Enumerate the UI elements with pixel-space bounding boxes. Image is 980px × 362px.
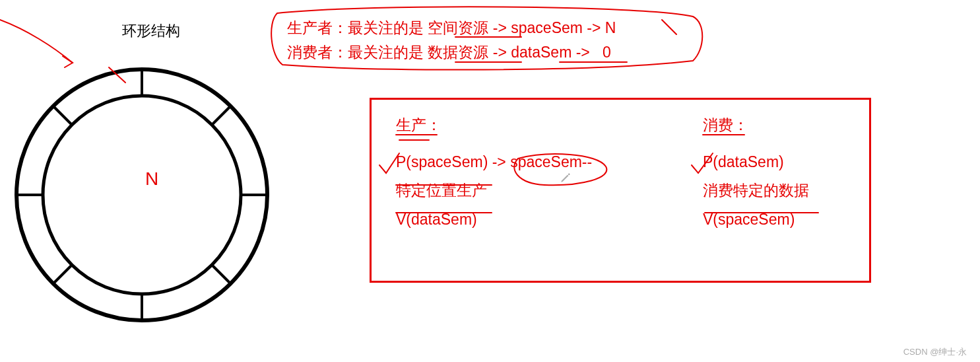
svg-line-3 xyxy=(212,106,230,125)
eyedropper-icon xyxy=(560,172,572,184)
watermark: CSDN @绅士·永 xyxy=(903,346,967,358)
semaphore-notes: 生产者：最关注的是 空间资源 -> spaceSem -> N 消费者：最关注的… xyxy=(287,16,616,65)
consumer-title: 消费： xyxy=(703,111,748,140)
producer-step-v: V(dataSem) xyxy=(396,205,592,235)
svg-line-13 xyxy=(662,20,676,34)
producer-title: 生产： xyxy=(396,111,441,140)
consumer-step-v: V(spaceSem) xyxy=(703,205,809,235)
svg-line-9 xyxy=(53,106,72,125)
ring-center-label: N xyxy=(145,168,158,190)
svg-line-7 xyxy=(53,265,72,283)
note-producer: 生产者：最关注的是 空间资源 -> spaceSem -> N xyxy=(287,16,616,40)
svg-point-1 xyxy=(43,96,241,294)
consumer-column: 消费： P(dataSem) 消费特定的数据 V(spaceSem) xyxy=(703,111,809,235)
consumer-step-action: 消费特定的数据 xyxy=(703,176,809,205)
note-consumer: 消费者：最关注的是 数据资源 -> dataSem -> 0 xyxy=(287,40,616,65)
consumer-step-p: P(dataSem) xyxy=(703,148,809,177)
ring-diagram xyxy=(0,23,277,353)
svg-line-5 xyxy=(212,265,230,283)
